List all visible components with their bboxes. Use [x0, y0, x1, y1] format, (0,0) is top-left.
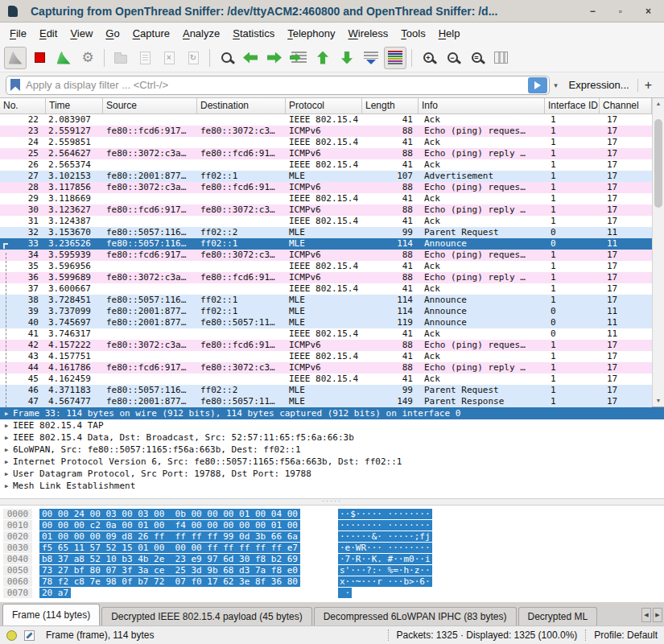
expand-arrow-icon[interactable]: ▶: [0, 423, 13, 429]
display-filter-input[interactable]: [24, 77, 528, 93]
packet-row[interactable]: 343.595939fe80::fcd6:917…fe80::3072:c3…I…: [0, 250, 652, 261]
hex-ascii[interactable]: x··~···r ···b>·6·: [338, 576, 432, 587]
hex-bytes[interactable]: f5 65 11 57 52 15 01 00 00 00 ff ff ff f…: [39, 543, 300, 553]
packet-row[interactable]: 363.599689fe80::3072:c3a…fe80::fcd6:91…I…: [0, 272, 652, 283]
hex-ascii[interactable]: ·e·WR··· ········: [338, 543, 432, 553]
packet-row[interactable]: 353.596956IEEE 802.15.441Ack117: [0, 261, 652, 272]
scroll-up-icon[interactable]: ▲: [653, 98, 664, 109]
filter-history-dropdown[interactable]: ▾: [550, 81, 563, 89]
status-profile[interactable]: Profile: Default: [594, 630, 658, 641]
packet-detail-row[interactable]: ▶IEEE 802.15.4 Data, Dst: Broadcast, Src…: [0, 431, 664, 444]
byte-tab-3[interactable]: Decrypted ML: [518, 607, 597, 625]
close-icon[interactable]: ×: [645, 6, 651, 16]
packet-row[interactable]: 323.153670fe80::5057:116…ff02::2MLE99Par…: [0, 227, 652, 238]
packet-row[interactable]: 474.567477fe80::2001:877…fe80::5057:11…M…: [0, 396, 652, 407]
capture-options-button[interactable]: ⚙: [76, 47, 99, 69]
expand-arrow-icon[interactable]: ▶: [0, 483, 13, 489]
hex-ascii[interactable]: ·: [338, 588, 352, 598]
expression-button[interactable]: Expression...: [569, 79, 629, 91]
maximize-icon[interactable]: ▫: [619, 6, 622, 16]
menu-edit[interactable]: Edit: [33, 24, 64, 43]
go-first-packet-button[interactable]: [311, 47, 334, 69]
menu-help[interactable]: Help: [432, 24, 467, 43]
zoom-in-button[interactable]: +: [417, 47, 439, 69]
column-header-no[interactable]: No.: [0, 98, 46, 114]
resize-columns-button[interactable]: [489, 47, 512, 69]
hex-bytes[interactable]: 00 00 24 00 03 00 03 00 0b 00 00 00 01 0…: [39, 509, 300, 519]
column-header-info[interactable]: Info: [419, 98, 545, 114]
tab-scroll-left-icon[interactable]: ◀: [641, 608, 651, 622]
packet-row[interactable]: 293.118669IEEE 802.15.441Ack117: [0, 193, 652, 204]
find-packet-button[interactable]: [215, 47, 237, 69]
save-capture-file-button[interactable]: [134, 47, 156, 69]
byte-tab-1[interactable]: Decrypted IEEE 802.15.4 payload (45 byte…: [101, 607, 311, 625]
go-last-packet-button[interactable]: [336, 47, 358, 69]
menu-file[interactable]: File: [3, 24, 33, 43]
hex-ascii[interactable]: ········ ········: [338, 520, 432, 530]
scrollbar-thumb[interactable]: [654, 119, 662, 208]
column-header-length[interactable]: Length: [362, 98, 419, 114]
hex-bytes[interactable]: b8 37 a8 52 10 b3 4b 2e 23 e9 97 6d 30 f…: [39, 554, 300, 564]
packet-detail-row[interactable]: ▶IEEE 802.15.4 TAP: [0, 419, 664, 431]
menu-analyze[interactable]: Analyze: [176, 24, 226, 43]
menu-capture[interactable]: Capture: [126, 24, 176, 43]
packet-row[interactable]: 252.564627fe80::3072:c3a…fe80::fcd6:91…I…: [0, 148, 652, 159]
expand-arrow-icon[interactable]: ▶: [0, 411, 13, 417]
hex-bytes[interactable]: 01 00 00 00 09 d8 26 ff ff ff ff 99 0d 3…: [39, 531, 300, 542]
packet-detail-row[interactable]: ▶User Datagram Protocol, Src Port: 19788…: [0, 468, 664, 480]
packet-row[interactable]: 313.124387IEEE 802.15.441Ack117: [0, 216, 652, 227]
column-header-source[interactable]: Source: [103, 98, 197, 114]
hex-bytes[interactable]: 73 27 bf 80 07 3f 3a ce 25 3d 9b 68 d3 7…: [39, 565, 300, 576]
capture-restart-button[interactable]: [52, 47, 75, 69]
capture-start-button[interactable]: [4, 47, 27, 69]
expand-arrow-icon[interactable]: ▶: [0, 435, 13, 441]
menu-telephony[interactable]: Telephony: [281, 24, 341, 43]
hex-bytes[interactable]: 78 f2 c8 7e 98 0f b7 72 07 f0 17 62 3e 8…: [39, 576, 300, 587]
packet-row[interactable]: 242.559851IEEE 802.15.441Ack117: [0, 137, 652, 148]
packet-row[interactable]: 444.161786fe80::fcd6:917…fe80::3072:c3…I…: [0, 362, 652, 374]
capture-stop-button[interactable]: [28, 47, 51, 69]
capture-comment-icon[interactable]: [24, 630, 35, 641]
menu-view[interactable]: View: [64, 24, 99, 43]
column-header-destination[interactable]: Destination: [197, 98, 286, 114]
packet-row[interactable]: 393.737099fe80::2001:877…ff02::1MLE114An…: [0, 306, 652, 317]
packet-row[interactable]: 303.123627fe80::fcd6:917…fe80::3072:c3…I…: [0, 204, 652, 216]
zoom-reset-button[interactable]: =: [465, 47, 488, 69]
packet-row[interactable]: 383.728451fe80::5057:116…ff02::1MLE114An…: [0, 295, 652, 306]
add-filter-button[interactable]: +: [638, 78, 658, 93]
minimize-icon[interactable]: −: [590, 6, 596, 16]
column-header-time[interactable]: Time: [46, 98, 103, 114]
packet-row[interactable]: 424.157222fe80::3072:c3a…fe80::fcd6:91…I…: [0, 340, 652, 351]
column-header-protocol[interactable]: Protocol: [286, 98, 362, 114]
expand-arrow-icon[interactable]: ▶: [0, 471, 13, 477]
packet-detail-row[interactable]: ▶Internet Protocol Version 6, Src: fe80:…: [0, 456, 664, 468]
packet-row[interactable]: 413.746317IEEE 802.15.441Ack011: [0, 328, 652, 340]
packet-list-scrollbar[interactable]: ▲ ▼: [652, 98, 664, 407]
packet-row[interactable]: 333.236526fe80::5057:116…ff02::1MLE114An…: [0, 238, 652, 250]
pane-splitter[interactable]: ·····: [0, 499, 664, 506]
auto-scroll-button[interactable]: [360, 47, 382, 69]
column-header-interface_id[interactable]: Interface ID: [545, 98, 600, 114]
zoom-out-button[interactable]: −: [441, 47, 464, 69]
packet-detail-row[interactable]: ▶Mesh Link Establishment: [0, 480, 664, 492]
hex-bytes[interactable]: 20 a7: [39, 588, 71, 598]
expert-info-icon[interactable]: [6, 630, 17, 641]
scroll-down-icon[interactable]: ▼: [653, 395, 664, 407]
packet-row[interactable]: 222.083907IEEE 802.15.441Ack117: [0, 114, 652, 126]
apply-filter-button[interactable]: [528, 77, 547, 93]
hex-ascii[interactable]: ······&· ·····;fj: [338, 531, 432, 542]
menu-tools[interactable]: Tools: [394, 24, 431, 43]
column-header-channel[interactable]: Channel: [600, 98, 652, 114]
packet-row[interactable]: 283.117856fe80::3072:c3a…fe80::fcd6:91…I…: [0, 182, 652, 193]
menu-go[interactable]: Go: [99, 24, 126, 43]
go-to-packet-button[interactable]: [287, 47, 310, 69]
packet-row[interactable]: 373.600667IEEE 802.15.441Ack117: [0, 283, 652, 295]
packet-row[interactable]: 464.371183fe80::5057:116…ff02::2MLE99Par…: [0, 385, 652, 396]
go-previous-packet-button[interactable]: [239, 47, 262, 69]
byte-tab-0[interactable]: Frame (114 bytes): [2, 604, 100, 625]
packet-row[interactable]: 454.162459IEEE 802.15.441Ack117: [0, 374, 652, 385]
packet-row[interactable]: 262.565374IEEE 802.15.441Ack117: [0, 159, 652, 171]
bookmark-icon[interactable]: [10, 79, 20, 91]
tab-scroll-right-icon[interactable]: ▶: [653, 608, 662, 622]
menu-statistics[interactable]: Statistics: [226, 24, 281, 43]
